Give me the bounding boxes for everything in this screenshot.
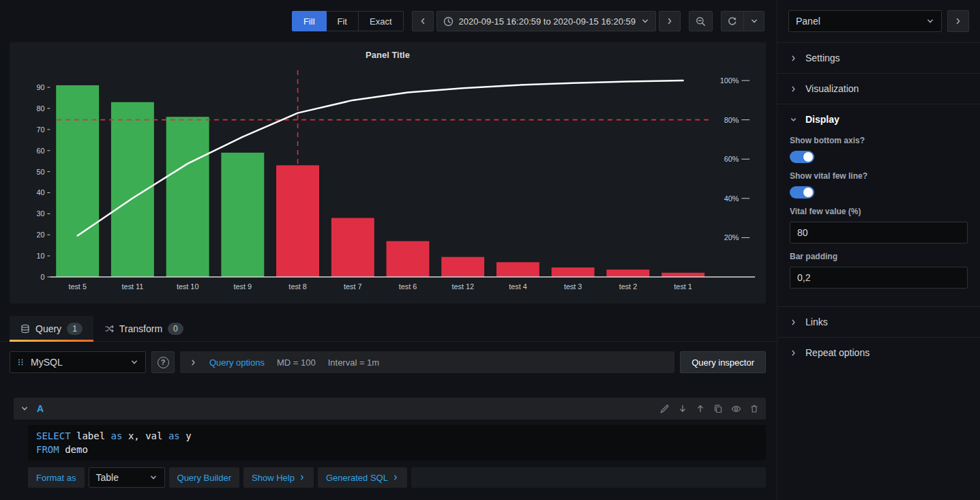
chevron-right-icon bbox=[790, 55, 797, 62]
svg-text:20%: 20% bbox=[724, 233, 739, 241]
format-select[interactable]: Table bbox=[89, 467, 165, 488]
svg-text:40%: 40% bbox=[724, 194, 739, 203]
bar-padding-input[interactable] bbox=[790, 267, 968, 289]
database-icon bbox=[20, 324, 30, 334]
clock-icon bbox=[443, 16, 454, 27]
svg-text:90: 90 bbox=[36, 83, 44, 91]
vital-few-value-input[interactable] bbox=[790, 222, 968, 244]
chevron-right-icon bbox=[790, 319, 797, 326]
toggle-query-button[interactable] bbox=[731, 404, 741, 414]
chevron-down-icon bbox=[750, 17, 758, 25]
query-ref-id: A bbox=[37, 403, 44, 414]
svg-text:test 7: test 7 bbox=[344, 282, 362, 291]
time-range-picker[interactable]: 2020-09-15 16:20:59 to 2020-09-15 16:20:… bbox=[436, 11, 657, 31]
datasource-help-button[interactable]: ? bbox=[151, 351, 175, 373]
tab-transform[interactable]: Transform 0 bbox=[93, 316, 194, 341]
query-builder-button[interactable]: Query Builder bbox=[169, 467, 239, 488]
format-as-button[interactable]: Format as bbox=[28, 467, 85, 488]
sidebar-header: Panel bbox=[777, 0, 980, 42]
sidebar-next-button[interactable] bbox=[947, 10, 969, 32]
refresh-split-button bbox=[721, 11, 764, 31]
svg-text:20: 20 bbox=[36, 231, 44, 239]
duplicate-query-button[interactable] bbox=[713, 404, 723, 413]
section-repeat-options-header[interactable]: Repeat options bbox=[777, 338, 980, 368]
generated-sql-button[interactable]: Generated SQL bbox=[318, 467, 407, 488]
show-vital-few-label: Show vital few line? bbox=[790, 171, 968, 181]
section-display-header[interactable]: Display bbox=[777, 104, 980, 134]
svg-text:10: 10 bbox=[36, 252, 44, 260]
section-settings-header[interactable]: Settings bbox=[777, 43, 980, 73]
edit-query-button[interactable] bbox=[659, 404, 670, 414]
panel-options-select[interactable]: Panel bbox=[788, 10, 942, 32]
svg-text:0: 0 bbox=[40, 273, 44, 281]
chevron-right-icon bbox=[299, 474, 306, 481]
query-inspector-button[interactable]: Query inspector bbox=[680, 351, 766, 373]
size-mode-segment: Fill Fit Exact bbox=[292, 11, 404, 31]
svg-text:test 6: test 6 bbox=[399, 282, 417, 291]
display-options-body: Show bottom axis? Show vital few line? V… bbox=[777, 136, 980, 306]
show-help-button[interactable]: Show Help bbox=[243, 467, 314, 488]
panel-title: Panel Title bbox=[18, 46, 758, 64]
sql-editor[interactable]: SELECT label as x, val as yFROM demo bbox=[28, 425, 766, 460]
time-back-button[interactable] bbox=[412, 11, 434, 31]
query-options-bar[interactable]: Query options MD = 100 Interval = 1m bbox=[180, 351, 674, 373]
trash-icon bbox=[749, 404, 759, 413]
move-query-down-button[interactable] bbox=[678, 404, 687, 413]
section-display-label: Display bbox=[805, 114, 840, 125]
zoom-out-button[interactable] bbox=[689, 11, 713, 31]
delete-query-button[interactable] bbox=[749, 404, 759, 413]
exact-button[interactable]: Exact bbox=[359, 11, 404, 31]
svg-text:test 2: test 2 bbox=[619, 282, 638, 291]
bar-padding-label: Bar padding bbox=[790, 252, 968, 261]
tab-query-label: Query bbox=[35, 323, 61, 334]
section-links-label: Links bbox=[805, 317, 828, 327]
section-links-header[interactable]: Links bbox=[777, 307, 980, 337]
query-options-label: Query options bbox=[209, 357, 265, 368]
datasource-select[interactable]: MySQL bbox=[10, 351, 146, 373]
svg-text:test 1: test 1 bbox=[674, 282, 692, 291]
fill-button[interactable]: Fill bbox=[292, 11, 327, 31]
query-a-header[interactable]: A bbox=[14, 398, 766, 420]
chevron-right-icon bbox=[190, 359, 197, 366]
app-root: Fill Fit Exact 2020-09-15 16:20:59 to 20… bbox=[0, 0, 980, 500]
max-data-points: MD = 100 bbox=[277, 357, 316, 368]
help-icon: ? bbox=[158, 357, 169, 368]
copy-icon bbox=[713, 404, 723, 413]
eye-icon bbox=[731, 404, 741, 414]
svg-text:test 5: test 5 bbox=[68, 282, 87, 291]
query-editor-a: A SELECT label as x, val as yFROM demo F… bbox=[14, 398, 766, 488]
tab-transform-label: Transform bbox=[119, 323, 162, 334]
chevron-down-icon bbox=[130, 358, 138, 366]
time-forward-button[interactable] bbox=[659, 11, 681, 31]
transform-count-badge: 0 bbox=[168, 323, 183, 335]
chevron-down-icon bbox=[641, 17, 649, 25]
tab-query[interactable]: Query 1 bbox=[10, 316, 93, 341]
time-range-text: 2020-09-15 16:20:59 to 2020-09-15 16:20:… bbox=[459, 16, 636, 27]
svg-text:80: 80 bbox=[36, 104, 44, 113]
sql-line-2: FROM demo bbox=[36, 443, 758, 456]
svg-text:30: 30 bbox=[36, 209, 44, 218]
show-vital-few-toggle[interactable] bbox=[790, 186, 814, 198]
editor-tabs: Query 1 Transform 0 bbox=[0, 316, 777, 342]
chevron-right-icon bbox=[666, 17, 674, 25]
refresh-interval-button[interactable] bbox=[744, 11, 764, 31]
move-query-up-button[interactable] bbox=[696, 404, 705, 413]
show-bottom-axis-toggle[interactable] bbox=[790, 151, 814, 163]
arrow-up-icon bbox=[696, 404, 705, 413]
svg-text:test 3: test 3 bbox=[564, 282, 582, 291]
pareto-chart: 010203040506070809020%40%60%80%100%test … bbox=[18, 64, 758, 299]
panel-options-value: Panel bbox=[796, 16, 820, 27]
generated-sql-label: Generated SQL bbox=[326, 473, 388, 483]
datasource-name: MySQL bbox=[31, 357, 63, 368]
query-count-badge: 1 bbox=[67, 323, 83, 335]
query-footer-filler bbox=[411, 467, 766, 488]
section-repeat-options-label: Repeat options bbox=[805, 347, 870, 358]
chevron-right-icon bbox=[954, 17, 962, 25]
chevron-right-icon bbox=[392, 474, 399, 481]
svg-text:80%: 80% bbox=[724, 116, 739, 124]
zoom-out-icon bbox=[696, 16, 706, 27]
svg-text:test 12: test 12 bbox=[452, 282, 475, 291]
section-visualization-header[interactable]: Visualization bbox=[777, 74, 980, 104]
fit-button[interactable]: Fit bbox=[327, 11, 359, 31]
refresh-button[interactable] bbox=[721, 11, 744, 31]
